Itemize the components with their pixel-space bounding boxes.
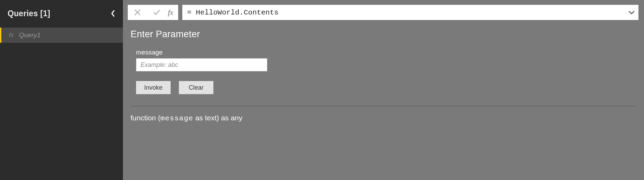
formula-actions: fx [128,5,178,20]
function-signature: function (message as text) as any [131,114,636,122]
query-item-label: Query1 [19,31,40,39]
formula-bar: fx [123,0,644,20]
query-list: fx Query1 [0,27,123,180]
divider [131,106,636,106]
clear-button[interactable]: Clear [179,81,213,94]
function-icon: fx [9,32,13,39]
commit-button[interactable] [147,5,166,20]
message-input[interactable] [136,58,267,71]
formula-input[interactable] [182,5,638,20]
query-item[interactable]: fx Query1 [0,28,123,43]
function-panel: Enter Parameter message Invoke Clear fun… [123,20,644,122]
collapse-sidebar-icon[interactable] [110,10,115,17]
param-label: message [136,49,636,56]
sidebar-header: Queries [1] [0,0,123,27]
expand-formula-icon[interactable] [628,10,635,15]
fx-icon[interactable]: fx [166,8,178,17]
panel-title: Enter Parameter [131,29,636,40]
sidebar-title: Queries [1] [8,9,50,18]
param-block: message Invoke Clear [131,49,636,94]
queries-sidebar: Queries [1] fx Query1 [0,0,123,180]
signature-param: message [160,114,193,122]
main-content: fx Enter Parameter message Invoke Clear … [123,0,644,180]
cancel-button[interactable] [128,5,147,20]
signature-suffix: as text) as any [193,114,242,122]
formula-input-wrap [182,5,638,20]
invoke-button[interactable]: Invoke [136,81,171,94]
signature-prefix: function ( [131,114,160,122]
button-row: Invoke Clear [136,81,636,94]
